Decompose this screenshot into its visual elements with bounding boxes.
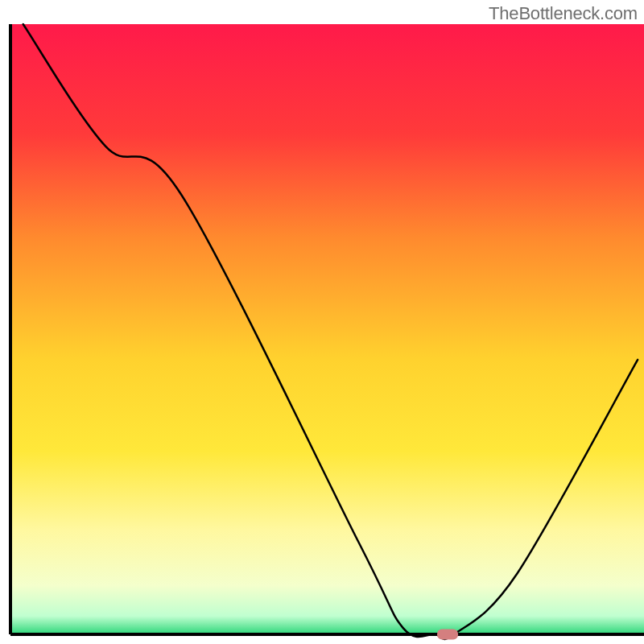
chart-container: TheBottleneck.com xyxy=(0,0,644,644)
plot-gradient-rect xyxy=(10,24,644,634)
chart-svg xyxy=(0,0,644,644)
watermark-text: TheBottleneck.com xyxy=(489,3,638,24)
minimum-marker xyxy=(437,630,458,640)
